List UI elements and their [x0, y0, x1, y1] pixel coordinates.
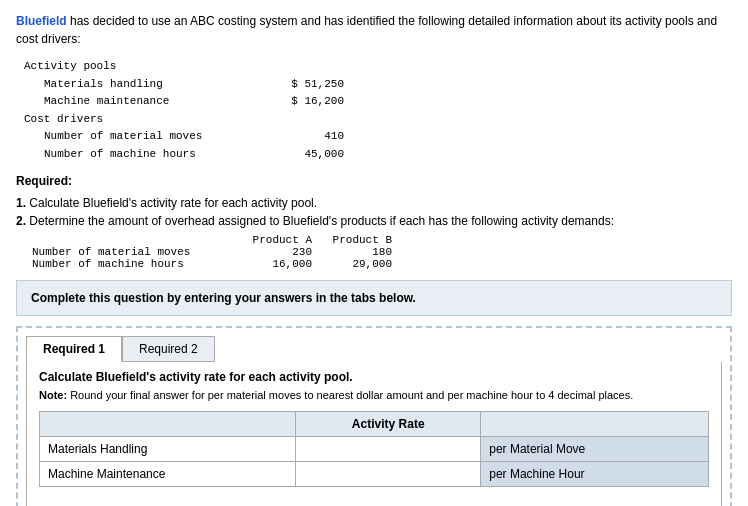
table-header-empty	[40, 411, 296, 436]
intro-paragraph: Bluefield has decided to use an ABC cost…	[16, 12, 732, 48]
table-row: Machine Maintenance per Machine Hour	[40, 461, 709, 486]
product-table: Product A Product B Number of material m…	[32, 234, 732, 270]
product-row-1: Number of machine hours 16,000 29,000	[32, 258, 732, 270]
product-row-0: Number of material moves 230 180	[32, 246, 732, 258]
tab-instruction: Calculate Bluefield's activity rate for …	[39, 370, 709, 384]
cost-drivers-label: Cost drivers	[24, 111, 732, 129]
materials-handling-input-cell[interactable]	[296, 436, 481, 461]
materials-handling-row: Materials handling $ 51,250	[24, 76, 732, 94]
material-moves-row: Number of material moves 410	[24, 128, 732, 146]
tabs-row: Required 1 Required 2	[26, 336, 722, 362]
table-row: Materials Handling per Material Move	[40, 436, 709, 461]
table-header-unit	[481, 411, 709, 436]
instruction-2: 2. Determine the amount of overhead assi…	[16, 212, 732, 230]
complete-box: Complete this question by entering your …	[16, 280, 732, 316]
row-label-materials: Materials Handling	[40, 436, 296, 461]
product-table-header: Product A Product B	[32, 234, 732, 246]
materials-handling-unit: per Material Move	[481, 436, 709, 461]
materials-handling-input[interactable]	[300, 440, 476, 458]
machine-hours-row: Number of machine hours 45,000	[24, 146, 732, 164]
table-header-activity-rate: Activity Rate	[296, 411, 481, 436]
required-label: Required:	[16, 174, 732, 188]
machine-maintenance-row: Machine maintenance $ 16,200	[24, 93, 732, 111]
row-label-machine: Machine Maintenance	[40, 461, 296, 486]
machine-maintenance-unit: per Machine Hour	[481, 461, 709, 486]
activity-rate-table: Activity Rate Materials Handling per Mat…	[39, 411, 709, 487]
tab-required-1[interactable]: Required 1	[26, 336, 122, 362]
intro-text: has decided to use an ABC costing system…	[16, 14, 717, 46]
tabs-container: Required 1 Required 2 Calculate Bluefiel…	[16, 326, 732, 506]
info-section: Activity pools Materials handling $ 51,2…	[24, 58, 732, 164]
instruction-1: 1. Calculate Bluefield's activity rate f…	[16, 194, 732, 212]
instructions-section: 1. Calculate Bluefield's activity rate f…	[16, 194, 732, 230]
tab-content-area: Calculate Bluefield's activity rate for …	[26, 362, 722, 506]
tab-required-2[interactable]: Required 2	[122, 336, 215, 362]
tab-note: Note: Round your final answer for per ma…	[39, 388, 709, 403]
activity-pools-label: Activity pools	[24, 58, 732, 76]
machine-maintenance-input[interactable]	[300, 465, 476, 483]
machine-maintenance-input-cell[interactable]	[296, 461, 481, 486]
company-name: Bluefield	[16, 14, 67, 28]
